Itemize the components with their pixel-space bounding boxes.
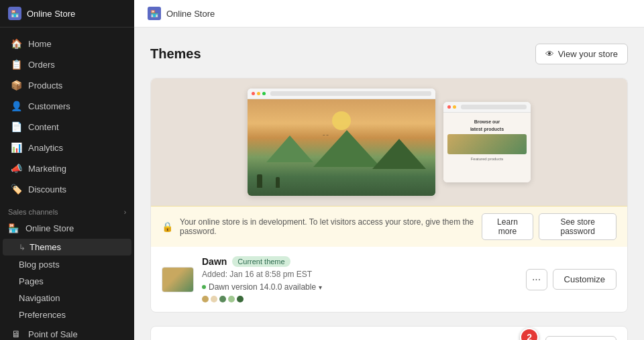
topbar-store-name: Online Store [166,9,215,19]
color-dot-1 [202,296,209,302]
themes-arrow-icon: ↳ [19,243,25,252]
sidebar-item-discounts[interactable]: 🏷️ Discounts [3,179,131,199]
theme-name: Dawn [202,256,227,267]
lock-icon: 🔒 [162,221,173,232]
theme-info-row: Dawn Current theme Added: Jan 16 at 8:58… [151,247,627,312]
browser-url-bar [270,91,431,96]
topbar-store-icon: 🏪 [148,7,161,20]
analytics-icon: 📊 [11,142,21,153]
browser-bar-main [248,89,435,99]
version-dot [202,285,206,289]
theme-card: ~ ~ Browse our latest products Featur [150,78,628,313]
sidebar-label-marketing: Marketing [28,164,66,174]
sidebar-label-content: Content [28,122,59,132]
discounts-icon: 🏷️ [11,184,21,194]
sidebar-nav: 🏠 Home 📋 Orders 📦 Products 👤 Customers 📄… [0,27,134,340]
sidebar-label-products: Products [28,80,62,91]
annotation-2: 2 [520,328,539,340]
browser-url-bar-2 [461,105,527,109]
learn-more-button[interactable]: Learn more [482,213,534,240]
main-browser-mockup: ~ ~ [248,89,435,196]
see-password-button[interactable]: See store password [539,213,616,240]
sidebar-label-home: Home [28,39,52,49]
customers-icon: 👤 [11,101,21,111]
eye-icon: 👁 [545,49,554,59]
color-dot-3 [219,296,226,302]
sidebar-item-navigation[interactable]: Navigation [0,290,134,306]
sidebar-item-pages[interactable]: Pages [0,273,134,290]
sidebar-item-orders[interactable]: 📋 Orders [3,54,131,74]
store-icon: 🏪 [8,7,21,20]
browser-dot-red [252,92,255,95]
customize-button[interactable]: Customize [553,269,616,290]
sidebar-item-marketing[interactable]: 📣 Marketing [3,158,131,178]
sidebar-header: 🏪 Online Store [0,0,134,27]
marketing-icon: 📣 [11,163,21,174]
browser-dot-yellow-2 [453,105,456,109]
sidebar-label-orders: Orders [28,60,55,70]
theme-preview: ~ ~ Browse our latest products Featur [151,78,627,206]
sidebar-item-analytics[interactable]: 📊 Analytics [3,137,131,158]
sidebar-item-online-store[interactable]: 🏪 Online Store [0,219,134,238]
theme-actions: ··· Customize [526,269,616,290]
theme-thumb-image [162,268,193,292]
sidebar-item-pos[interactable]: 🖥 Point of Sale [3,324,131,340]
sidebar-store-name: Online Store [27,9,75,19]
chevron-right-icon: › [124,209,126,216]
dev-banner-actions: Learn more See store password [482,213,616,240]
sidebar-item-themes[interactable]: ↳ Themes [3,239,131,256]
add-theme-wrapper: 2 Add theme ▾ 🏪 Visit Theme Store ⬆ [545,336,616,340]
color-dot-5 [237,296,244,302]
theme-thumbnail [162,267,194,292]
pos-icon: 🖥 [11,329,21,339]
products-icon: 📦 [11,80,21,91]
browser-dot-yellow [257,92,260,95]
add-theme-button[interactable]: Add theme ▾ [545,336,616,340]
main-content: 🏪 Online Store Themes 👁 View your store [134,0,644,340]
browser-dot-red-2 [447,105,451,109]
sales-channels-section: Sales channels › [0,200,134,219]
browser-bar-side [443,102,531,113]
orders-icon: 📋 [11,59,21,70]
color-dot-2 [211,296,217,302]
sidebar-item-blog-posts[interactable]: Blog posts [0,256,134,273]
sidebar-label-analytics: Analytics [28,143,63,153]
more-options-button[interactable]: ··· [526,269,547,290]
theme-added-date: Added: Jan 16 at 8:58 pm EST [202,270,322,279]
sidebar: 🏪 Online Store 🏠 Home 📋 Orders 📦 Product… [0,0,134,340]
content-icon: 📄 [11,121,21,132]
online-store-icon: 🏪 [8,223,19,233]
browser-content: ~ ~ [248,99,435,196]
theme-name-row: Dawn Current theme [202,256,322,267]
sidebar-item-products[interactable]: 📦 Products [3,75,131,95]
sidebar-item-content[interactable]: 📄 Content [3,117,131,137]
theme-color-dots [202,296,322,302]
home-icon: 🏠 [11,38,21,49]
content-area: Themes 👁 View your store [134,27,644,340]
library-header: Theme library 2 Add theme ▾ 🏪 Visit Them… [151,327,627,340]
page-title: Themes [150,46,201,62]
theme-version: Dawn version 14.0.0 available ▾ [202,282,322,292]
sidebar-label-customers: Customers [28,101,70,111]
side-browser-content: Browse our latest products Featured prod… [443,113,531,182]
page-header: Themes 👁 View your store [150,44,628,64]
sidebar-label-discounts: Discounts [28,184,66,194]
color-dot-4 [228,296,235,302]
browser-dot-green [262,92,266,95]
chevron-down-icon: ▾ [319,284,322,291]
current-theme-badge: Current theme [232,256,290,267]
dev-banner-message: Your online store is in development. To … [180,217,475,236]
sidebar-item-preferences[interactable]: Preferences [0,306,134,323]
theme-library-section: Theme library 2 Add theme ▾ 🏪 Visit Them… [150,326,628,340]
sidebar-item-home[interactable]: 🏠 Home [3,34,131,54]
topbar: 🏪 Online Store [134,0,644,27]
view-store-button[interactable]: 👁 View your store [535,44,628,64]
dev-banner: 🔒 Your online store is in development. T… [151,206,627,247]
side-browser-mockup: Browse our latest products Featured prod… [443,102,531,182]
sidebar-item-customers[interactable]: 👤 Customers [3,96,131,116]
